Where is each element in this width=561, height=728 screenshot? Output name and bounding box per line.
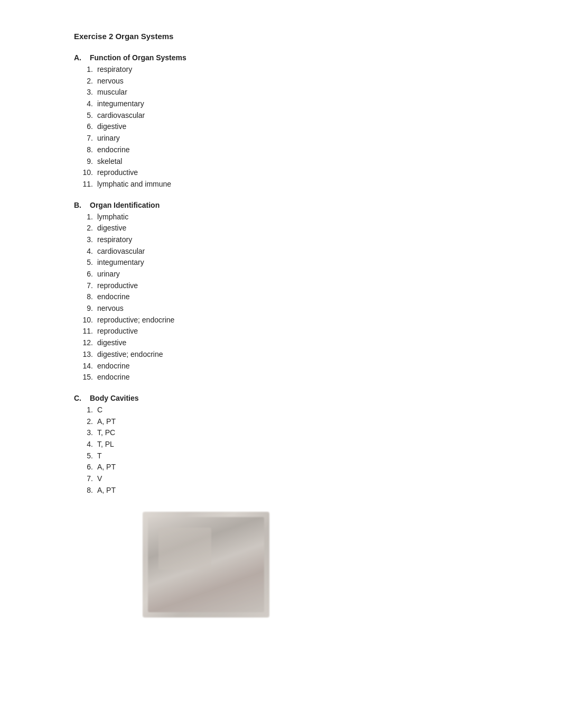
item-text-2-0: C (97, 404, 102, 416)
item-number-1-12: 13. (78, 349, 93, 361)
item-text-0-6: urinary (97, 133, 120, 144)
list-item: 9.skeletal (74, 156, 487, 168)
item-number-1-6: 7. (78, 280, 93, 292)
page-title: Exercise 2 Organ Systems (74, 32, 487, 41)
item-number-0-7: 8. (78, 144, 93, 156)
item-text-0-0: respiratory (97, 64, 132, 76)
list-item: 8.endocrine (74, 291, 487, 303)
item-number-2-2: 3. (78, 427, 93, 439)
item-text-2-1: A, PT (97, 416, 116, 428)
item-number-1-5: 6. (78, 269, 93, 280)
item-number-2-4: 5. (78, 450, 93, 462)
section-title-0: Function of Organ Systems (90, 53, 186, 62)
item-number-2-6: 7. (78, 473, 93, 485)
item-number-0-4: 5. (78, 110, 93, 122)
section-header-2: C.Body Cavities (74, 394, 487, 402)
item-text-1-6: reproductive (97, 280, 138, 292)
section-A: A.Function of Organ Systems1.respiratory… (74, 53, 487, 190)
section-letter-0: A. (74, 53, 83, 62)
list-item: 11.reproductive (74, 326, 487, 337)
list-item: 7.reproductive (74, 280, 487, 292)
page-container: Exercise 2 Organ Systems A.Function of O… (74, 32, 487, 618)
list-item: 8.endocrine (74, 144, 487, 156)
item-number-1-8: 9. (78, 303, 93, 315)
section-title-2: Body Cavities (90, 394, 139, 402)
item-text-2-7: A, PT (97, 485, 116, 496)
item-text-1-5: urinary (97, 269, 120, 280)
item-text-0-5: digestive (97, 121, 126, 133)
list-item: 6.A, PT (74, 462, 487, 473)
item-text-1-11: digestive (97, 337, 126, 349)
item-text-0-8: skeletal (97, 156, 122, 168)
item-number-1-9: 10. (78, 315, 93, 326)
item-number-1-14: 15. (78, 372, 93, 383)
list-item: 1.C (74, 404, 487, 416)
item-number-2-1: 2. (78, 416, 93, 428)
section-letter-1: B. (74, 201, 83, 209)
list-item: 5.integumentary (74, 257, 487, 269)
blurred-image-area (143, 512, 487, 618)
item-number-0-0: 1. (78, 64, 93, 76)
list-item: 10.reproductive (74, 167, 487, 179)
list-item: 4.integumentary (74, 98, 487, 110)
list-item: 7.urinary (74, 133, 487, 144)
list-item: 1.lymphatic (74, 211, 487, 223)
item-number-0-3: 4. (78, 98, 93, 110)
section-header-1: B.Organ Identification (74, 201, 487, 209)
item-text-0-7: endocrine (97, 144, 130, 156)
item-text-1-0: lymphatic (97, 211, 128, 223)
item-number-1-1: 2. (78, 223, 93, 234)
item-text-0-9: reproductive (97, 167, 138, 179)
item-number-1-13: 14. (78, 361, 93, 372)
list-item: 12.digestive (74, 337, 487, 349)
item-number-1-3: 4. (78, 246, 93, 257)
item-number-2-5: 6. (78, 462, 93, 473)
item-text-1-3: cardiovascular (97, 246, 145, 257)
item-text-0-3: integumentary (97, 98, 144, 110)
item-number-2-3: 4. (78, 439, 93, 450)
item-number-1-7: 8. (78, 291, 93, 303)
item-number-0-5: 6. (78, 121, 93, 133)
item-text-0-2: muscular (97, 87, 127, 98)
item-text-1-8: nervous (97, 303, 124, 315)
item-text-1-13: endocrine (97, 361, 130, 372)
item-text-0-4: cardiovascular (97, 110, 145, 122)
item-text-1-14: endocrine (97, 372, 130, 383)
list-item: 3.respiratory (74, 234, 487, 246)
list-item: 15.endocrine (74, 372, 487, 383)
list-item: 10.reproductive; endocrine (74, 315, 487, 326)
item-text-1-7: endocrine (97, 291, 130, 303)
section-C: C.Body Cavities1.C2.A, PT3.T, PC4.T, PL5… (74, 394, 487, 496)
list-item: 9.nervous (74, 303, 487, 315)
list-item: 7.V (74, 473, 487, 485)
item-number-1-2: 3. (78, 234, 93, 246)
list-item: 2.nervous (74, 76, 487, 87)
item-text-1-1: digestive (97, 223, 126, 234)
item-text-0-10: lymphatic and immune (97, 179, 171, 190)
list-item: 13.digestive; endocrine (74, 349, 487, 361)
list-item: 1.respiratory (74, 64, 487, 76)
item-number-0-9: 10. (78, 167, 93, 179)
item-text-2-6: V (97, 473, 102, 485)
item-text-2-5: A, PT (97, 462, 116, 473)
list-item: 6.digestive (74, 121, 487, 133)
item-text-1-9: reproductive; endocrine (97, 315, 174, 326)
item-number-1-4: 5. (78, 257, 93, 269)
list-item: 8.A, PT (74, 485, 487, 496)
item-number-0-2: 3. (78, 87, 93, 98)
list-item: 3.T, PC (74, 427, 487, 439)
section-B: B.Organ Identification1.lymphatic2.diges… (74, 201, 487, 383)
item-text-1-12: digestive; endocrine (97, 349, 163, 361)
item-number-1-0: 1. (78, 211, 93, 223)
list-item: 14.endocrine (74, 361, 487, 372)
item-number-2-0: 1. (78, 404, 93, 416)
blurred-diagram (143, 512, 269, 618)
item-number-1-10: 11. (78, 326, 93, 337)
list-item: 3.muscular (74, 87, 487, 98)
list-item: 4.T, PL (74, 439, 487, 450)
item-text-1-10: reproductive (97, 326, 138, 337)
item-text-2-4: T (97, 450, 102, 462)
item-number-0-1: 2. (78, 76, 93, 87)
list-item: 2.A, PT (74, 416, 487, 428)
item-number-2-7: 8. (78, 485, 93, 496)
